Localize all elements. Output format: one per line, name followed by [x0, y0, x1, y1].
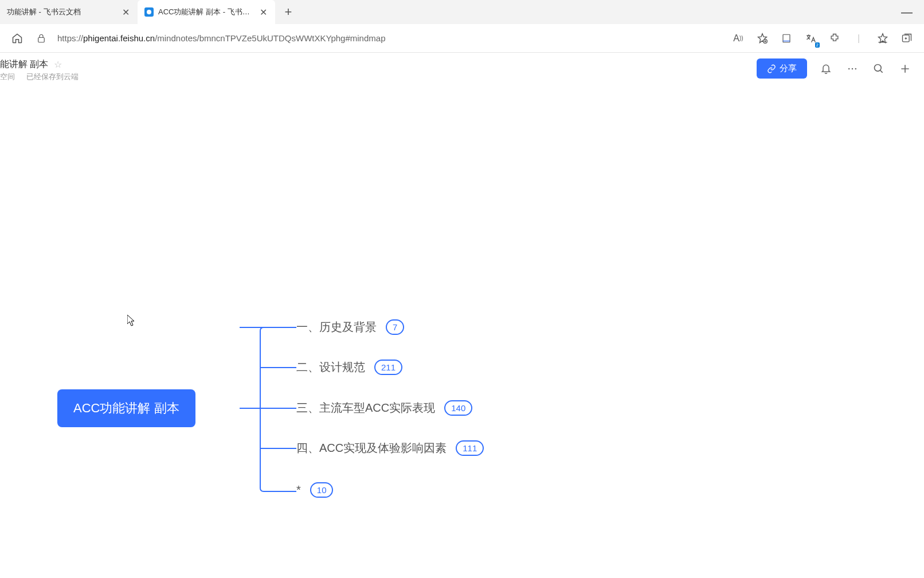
- svg-point-8: [875, 64, 882, 71]
- mindmap-connectors: [0, 87, 573, 545]
- window-minimize-icon[interactable]: —: [901, 6, 913, 19]
- branch-label: *: [296, 483, 301, 497]
- address-bar: https://phigentai.feishu.cn/mindnotes/bm…: [0, 24, 924, 53]
- branch-label: 一、历史及背景: [296, 319, 377, 335]
- mindmap-branch-4[interactable]: 四、ACC实现及体验影响因素 111: [296, 440, 484, 456]
- mindmap-branch-3[interactable]: 三、主流车型ACC实际表现 140: [296, 400, 472, 416]
- extensions-icon[interactable]: [827, 30, 843, 46]
- doc-header-left: 能讲解 副本 ☆ 空间 已经保存到云端: [0, 58, 79, 82]
- branch-label: 四、ACC实现及体验影响因素: [296, 440, 447, 456]
- tab-title: 功能讲解 - 飞书云文档: [7, 7, 117, 17]
- new-tab-button[interactable]: +: [279, 2, 298, 22]
- svg-point-0: [147, 10, 151, 14]
- star-icon[interactable]: ☆: [54, 59, 62, 70]
- root-node-label: ACC功能讲解 副本: [73, 401, 179, 415]
- url-display[interactable]: https://phigentai.feishu.cn/mindnotes/bm…: [57, 33, 722, 43]
- branch-count-badge[interactable]: 111: [456, 440, 484, 456]
- favorite-add-icon[interactable]: [754, 30, 770, 46]
- notifications-icon[interactable]: [819, 61, 833, 76]
- favorites-bar-icon[interactable]: [875, 30, 891, 46]
- collections-icon[interactable]: [899, 30, 915, 46]
- mindmap-root-node[interactable]: ACC功能讲解 副本: [57, 389, 195, 427]
- close-tab-icon[interactable]: ✕: [258, 7, 268, 17]
- mindmap-branch-2[interactable]: 二、设计规范 211: [296, 360, 402, 375]
- cursor-icon: [127, 315, 136, 329]
- mindmap-canvas[interactable]: ACC功能讲解 副本 一、历史及背景 7 二、设计规范 211 三、主流车型AC…: [0, 87, 924, 578]
- url-host: phigentai.feishu.cn: [83, 33, 155, 43]
- url-path: /mindnotes/bmncnTPVZe5UkUTDQsWWtXKYphg#m…: [155, 33, 385, 43]
- doc-saved-status: 已经保存到云端: [26, 72, 79, 82]
- branch-label: 二、设计规范: [296, 360, 365, 375]
- more-icon[interactable]: [845, 61, 860, 76]
- page-icon[interactable]: [778, 30, 794, 46]
- document-header: 能讲解 副本 ☆ 空间 已经保存到云端 分享: [0, 53, 924, 87]
- doc-header-right: 分享: [757, 58, 913, 79]
- address-bar-actions: A)) 2 |: [730, 30, 915, 46]
- translate-badge: 2: [815, 42, 820, 48]
- add-icon[interactable]: [898, 61, 913, 76]
- share-button[interactable]: 分享: [757, 58, 807, 79]
- read-aloud-icon[interactable]: A)): [730, 30, 746, 46]
- svg-rect-1: [38, 37, 45, 42]
- site-info-icon[interactable]: [33, 30, 49, 46]
- branch-count-badge[interactable]: 7: [386, 319, 404, 335]
- url-prefix: https://: [57, 33, 83, 43]
- svg-point-7: [855, 68, 857, 69]
- home-icon[interactable]: [9, 30, 25, 46]
- document-title: 能讲解 副本: [0, 58, 48, 71]
- tab-title: ACC功能讲解 副本 - 飞书云文档: [158, 7, 255, 17]
- svg-point-5: [848, 68, 850, 69]
- branch-count-badge[interactable]: 211: [374, 360, 402, 375]
- mindmap-branch-5[interactable]: * 10: [296, 482, 333, 498]
- search-icon[interactable]: [871, 61, 886, 76]
- branch-label: 三、主流车型ACC实际表现: [296, 400, 435, 416]
- doc-space-label: 空间: [0, 72, 15, 82]
- divider: |: [851, 30, 867, 46]
- feishu-favicon: [144, 7, 154, 17]
- browser-tab-2[interactable]: ACC功能讲解 副本 - 飞书云文档 ✕: [138, 0, 275, 24]
- branch-count-badge[interactable]: 10: [310, 482, 334, 498]
- translate-icon[interactable]: 2: [802, 30, 819, 46]
- browser-tab-1[interactable]: 功能讲解 - 飞书云文档 ✕: [0, 0, 138, 24]
- svg-point-6: [852, 68, 853, 69]
- mindmap-branch-1[interactable]: 一、历史及背景 7: [296, 319, 404, 335]
- share-label: 分享: [780, 63, 797, 74]
- branch-count-badge[interactable]: 140: [444, 400, 472, 416]
- browser-tab-strip: 功能讲解 - 飞书云文档 ✕ ACC功能讲解 副本 - 飞书云文档 ✕ + —: [0, 0, 924, 24]
- close-tab-icon[interactable]: ✕: [120, 7, 131, 17]
